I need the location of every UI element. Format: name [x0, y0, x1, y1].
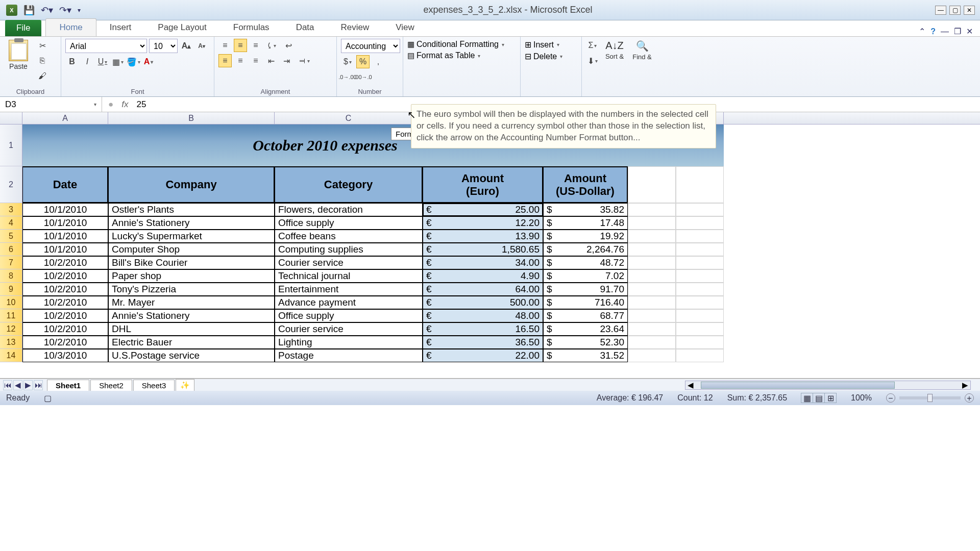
close-button[interactable]: ✕	[964, 6, 975, 15]
cut-icon[interactable]: ✂	[36, 39, 49, 52]
help-icon[interactable]: ?	[930, 27, 936, 36]
cell[interactable]	[676, 256, 724, 269]
cell[interactable]	[676, 283, 724, 296]
cell[interactable]	[676, 230, 724, 243]
cell[interactable]: Coffee beans	[275, 230, 423, 243]
tab-data[interactable]: Data	[283, 19, 328, 36]
cell[interactable]: Mr. Mayer	[108, 296, 275, 309]
conditional-formatting-button[interactable]: ▦ Conditional Formatting▾	[407, 40, 504, 49]
cell[interactable]: €48.00	[423, 309, 543, 322]
formula-input[interactable]: 25	[137, 99, 146, 110]
cell[interactable]: 10/2/2010	[22, 296, 108, 309]
row-header[interactable]: 5	[0, 230, 22, 243]
sheet-tab-3[interactable]: Sheet3	[133, 380, 175, 391]
align-left-icon[interactable]: ≡	[218, 54, 232, 67]
cell[interactable]	[676, 269, 724, 283]
cell[interactable]: $7.02	[543, 269, 628, 283]
excel-icon[interactable]: X	[6, 5, 17, 16]
row-header[interactable]: 10	[0, 296, 22, 309]
maximize-button[interactable]: ▢	[949, 6, 961, 15]
cell[interactable]	[676, 166, 724, 203]
paste-button[interactable]: Paste	[4, 39, 33, 70]
cell[interactable]: 10/2/2010	[22, 309, 108, 322]
cell[interactable]	[676, 216, 724, 230]
cell[interactable]: $68.77	[543, 309, 628, 322]
increase-decimal-icon[interactable]: .0→.00	[341, 70, 354, 84]
cell[interactable]	[628, 216, 676, 230]
row-header[interactable]: 12	[0, 322, 22, 336]
shrink-font-icon[interactable]: A▾	[195, 39, 208, 53]
zoom-slider[interactable]	[899, 396, 961, 399]
name-box[interactable]: D3 ▾	[0, 97, 102, 112]
redo-icon[interactable]: ↷▾	[59, 5, 71, 16]
tab-home[interactable]: Home	[45, 18, 96, 36]
currency-icon[interactable]: $▾	[341, 55, 354, 68]
row-header[interactable]: 2	[0, 166, 22, 203]
align-center-icon[interactable]: ≡	[234, 54, 247, 67]
cell[interactable]: $716.40	[543, 296, 628, 309]
cell[interactable]: Technical journal	[275, 269, 423, 283]
cell[interactable]: €64.00	[423, 283, 543, 296]
horizontal-scrollbar[interactable]: ◀▶	[685, 381, 971, 390]
cell[interactable]: Office supply	[275, 309, 423, 322]
next-sheet-icon[interactable]: ▶	[23, 380, 33, 390]
cell[interactable]	[628, 230, 676, 243]
cell[interactable]: Postage	[275, 349, 423, 362]
prev-sheet-icon[interactable]: ◀	[13, 380, 22, 390]
cell[interactable]	[628, 243, 676, 256]
cell[interactable]: 10/1/2010	[22, 216, 108, 230]
col-header-B[interactable]: B	[108, 112, 275, 124]
cell[interactable]	[676, 322, 724, 336]
cell[interactable]	[676, 349, 724, 362]
sheet-tab-1[interactable]: Sheet1	[47, 380, 89, 391]
align-right-icon[interactable]: ≡	[249, 54, 262, 67]
autosum-icon[interactable]: Σ▾	[586, 39, 599, 52]
row-header[interactable]: 13	[0, 336, 22, 349]
cell[interactable]: €12.20	[423, 216, 543, 230]
cell[interactable]: Ostler's Plants	[108, 203, 275, 216]
cell[interactable]	[676, 296, 724, 309]
cell[interactable]: Category	[275, 166, 423, 203]
cell[interactable]: Tony's Pizzeria	[108, 283, 275, 296]
font-color-button[interactable]: A▾	[142, 55, 155, 68]
italic-button[interactable]: I	[81, 55, 94, 68]
cell[interactable]: 10/2/2010	[22, 256, 108, 269]
cell[interactable]	[628, 283, 676, 296]
cell[interactable]: 10/2/2010	[22, 269, 108, 283]
cell[interactable]	[676, 309, 724, 322]
underline-button[interactable]: U▾	[96, 55, 109, 68]
cell[interactable]: Bill's Bike Courier	[108, 256, 275, 269]
row-header[interactable]: 8	[0, 269, 22, 283]
increase-indent-icon[interactable]: ⇥	[280, 54, 293, 67]
cell[interactable]	[628, 309, 676, 322]
cell[interactable]: 10/1/2010	[22, 230, 108, 243]
zoom-in-icon[interactable]: +	[965, 393, 974, 403]
minimize-button[interactable]: —	[935, 6, 946, 15]
align-middle-icon[interactable]: ≡	[234, 39, 247, 52]
last-sheet-icon[interactable]: ⏭	[34, 380, 43, 390]
sort-filter-button[interactable]: A↓Z Sort &	[602, 39, 627, 60]
first-sheet-icon[interactable]: ⏮	[3, 380, 12, 390]
cell[interactable]: Lucky's Supermarket	[108, 230, 275, 243]
row-header[interactable]: 6	[0, 243, 22, 256]
format-as-table-button[interactable]: ▤ Format as Table▾	[407, 51, 480, 60]
cell[interactable]: 10/1/2010	[22, 203, 108, 216]
cell[interactable]: Computing supplies	[275, 243, 423, 256]
cell[interactable]: $91.70	[543, 283, 628, 296]
cell[interactable]	[628, 203, 676, 216]
cell[interactable]: €4.90	[423, 269, 543, 283]
row-header[interactable]: 3	[0, 203, 22, 216]
format-painter-icon[interactable]: 🖌	[36, 69, 49, 83]
macro-record-icon[interactable]: ▢	[44, 393, 52, 403]
cell[interactable]	[676, 203, 724, 216]
percent-icon[interactable]: %	[356, 55, 370, 68]
row-header[interactable]: 7	[0, 256, 22, 269]
fill-icon[interactable]: ⬇▾	[586, 54, 599, 67]
cell[interactable]: Annie's Stationery	[108, 216, 275, 230]
minimize-ribbon-icon[interactable]: ⌃	[919, 27, 925, 36]
cell[interactable]: $23.64	[543, 322, 628, 336]
align-top-icon[interactable]: ≡	[218, 39, 232, 52]
cell[interactable]: 10/2/2010	[22, 322, 108, 336]
tab-file[interactable]: File	[5, 20, 41, 36]
cell[interactable]	[628, 296, 676, 309]
